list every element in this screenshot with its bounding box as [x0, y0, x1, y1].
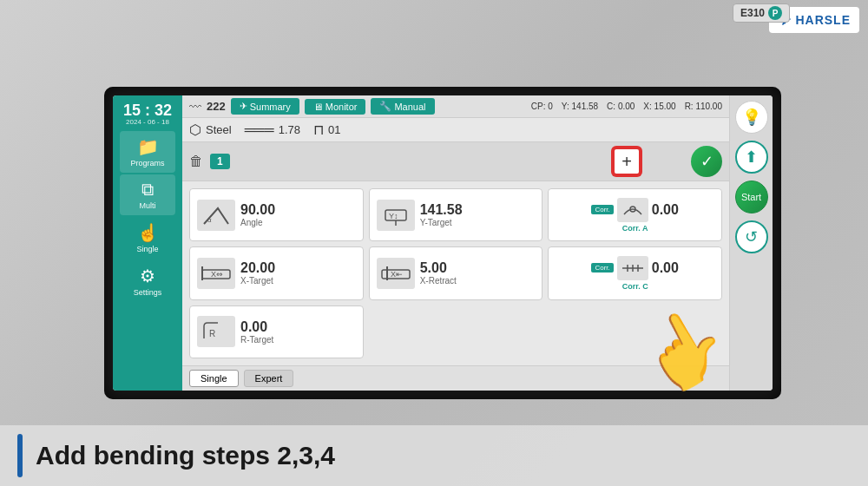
main-content: 〰 222 ✈ Summary 🖥 Monitor 🔧 Manual CP: 0… [182, 95, 729, 391]
corra-value: 0.00 [652, 202, 679, 218]
up-button[interactable]: ⬆ [735, 141, 768, 174]
multi-icon: ⧉ [141, 180, 154, 200]
folder-icon: 📁 [137, 136, 159, 157]
xtarget-cell[interactable]: X⇔ 20.00 X-Target [189, 246, 364, 299]
angle-value: 90.00 [240, 202, 275, 218]
rtarget-icon: R [197, 316, 235, 347]
rtarget-value: 0.00 [240, 319, 273, 335]
xtarget-value: 20.00 [240, 260, 275, 276]
time: 15 : 32 [123, 102, 172, 118]
manual-icon: 🔧 [379, 101, 391, 112]
thickness-icon: ═══ [245, 122, 274, 138]
bottom-tabs: Single Expert [182, 365, 729, 391]
settings-icon: ⚙ [140, 266, 155, 286]
step-bar: 🗑 1 + ✓ [182, 142, 729, 181]
corra-cell[interactable]: Corr. 0.00 Corr. A [548, 188, 722, 241]
sidebar-item-programs[interactable]: 📁 Programs [120, 131, 175, 173]
refresh-button[interactable]: ↺ [735, 220, 768, 253]
screen-bezel: 15 : 32 2024 - 06 - 18 📁 Programs ⧉ Mult… [104, 87, 781, 399]
harsle-logo-text: HARSLE [795, 13, 851, 27]
single-icon: ☝ [137, 222, 159, 243]
angle-label: Angle [240, 218, 275, 227]
sidebar-item-settings[interactable]: ⚙ Settings [120, 260, 175, 302]
settings-label: Settings [134, 288, 162, 297]
mold-info: ⊓ 01 [313, 122, 340, 138]
start-button[interactable]: Start [735, 181, 768, 213]
xtarget-label: X-Target [240, 276, 275, 286]
date: 2024 - 06 - 18 [123, 118, 172, 126]
programs-label: Programs [130, 159, 164, 167]
confirm-button[interactable]: ✓ [691, 146, 722, 177]
expert-tab[interactable]: Expert [244, 370, 294, 387]
thickness-info: ═══ 1.78 [245, 122, 300, 138]
svg-text:Y↕: Y↕ [389, 212, 398, 220]
summary-button[interactable]: ✈ Summary [231, 98, 299, 115]
caption-text: Add bending steps 2,3,4 [36, 441, 335, 470]
summary-icon: ✈ [240, 101, 247, 112]
bulb-icon: 💡 [742, 108, 761, 127]
angle-icon: α [197, 200, 235, 231]
ytarget-icon: Y↕ [377, 200, 415, 231]
caption-accent [17, 434, 23, 477]
svg-text:α: α [207, 216, 212, 224]
monitor-label: Monitor [326, 102, 358, 112]
xtarget-info: 20.00 X-Target [240, 260, 275, 286]
rtarget-cell[interactable]: R 0.00 R-Target [189, 305, 364, 358]
xretract-label: X-Retract [420, 276, 457, 286]
manual-button[interactable]: 🔧 Manual [371, 98, 434, 115]
multi-label: Multi [139, 201, 155, 210]
rtarget-info: 0.00 R-Target [240, 319, 273, 345]
trash-icon[interactable]: 🗑 [189, 154, 203, 169]
up-icon: ⬆ [745, 148, 758, 167]
xretract-value: 5.00 [420, 260, 457, 276]
add-step-button[interactable]: + [613, 148, 641, 175]
r-value: R: 110.00 [685, 102, 722, 111]
ytarget-value: 141.58 [420, 202, 463, 218]
xretract-info: 5.00 X-Retract [420, 260, 457, 286]
single-tab[interactable]: Single [189, 370, 239, 387]
angle-info: 90.00 Angle [240, 202, 275, 227]
thickness-value: 1.78 [279, 123, 300, 136]
top-right-info: CP: 0 Y: 141.58 C: 0.00 X: 15.00 R: 110.… [531, 102, 722, 111]
angle-cell[interactable]: α 90.00 Angle [189, 188, 364, 241]
ytarget-cell[interactable]: Y↕ 141.58 Y-Target [369, 188, 543, 241]
caption-bar: Add bending steps 2,3,4 [0, 425, 868, 486]
info-bar: ⬡ Steel ═══ 1.78 ⊓ 01 [182, 118, 729, 142]
start-icon: Start [741, 192, 761, 202]
rtarget-label: R-Target [240, 335, 273, 345]
svg-text:X⇔: X⇔ [211, 270, 223, 279]
sidebar-item-multi[interactable]: ⧉ Multi [120, 174, 175, 215]
current-step-badge: 1 [210, 154, 230, 169]
c-value: C: 0.00 [607, 102, 635, 111]
cp-value: CP: 0 [531, 102, 553, 111]
corrc-label: Corr. C [622, 282, 648, 291]
time-display: 15 : 32 2024 - 06 - 18 [123, 102, 172, 126]
y-value: Y: 141.58 [562, 102, 598, 111]
summary-label: Summary [250, 102, 291, 112]
xretract-cell[interactable]: X⇤ 5.00 X-Retract [369, 246, 543, 299]
bulb-button[interactable]: 💡 [735, 101, 768, 134]
p-badge: P [768, 6, 782, 20]
corra-icon [617, 198, 648, 222]
corra-top: Corr. 0.00 [591, 198, 678, 222]
corra-badge: Corr. [591, 205, 613, 214]
xtarget-icon: X⇔ [197, 258, 235, 289]
material-info: ⬡ Steel [189, 122, 232, 138]
corrc-cell[interactable]: Corr. 0.00 Corr. C [548, 246, 722, 299]
single-label: Single [136, 245, 158, 253]
corrc-badge: Corr. [591, 263, 613, 273]
material-value: Steel [206, 123, 232, 136]
mold-value: 01 [328, 123, 340, 136]
corrc-value: 0.00 [652, 260, 679, 276]
manual-label: Manual [394, 102, 425, 112]
e310-badge: E310 P [733, 3, 790, 23]
svg-text:X⇤: X⇤ [391, 270, 403, 279]
sidebar: 15 : 32 2024 - 06 - 18 📁 Programs ⧉ Mult… [113, 95, 182, 391]
sidebar-item-single[interactable]: ☝ Single [120, 217, 175, 259]
x-value: X: 15.00 [643, 102, 675, 111]
params-grid: α 90.00 Angle Y↕ [182, 181, 729, 365]
e310-model: E310 [740, 7, 765, 19]
ytarget-info: 141.58 Y-Target [420, 202, 463, 227]
xretract-icon: X⇤ [377, 258, 415, 289]
monitor-button[interactable]: 🖥 Monitor [305, 99, 366, 115]
